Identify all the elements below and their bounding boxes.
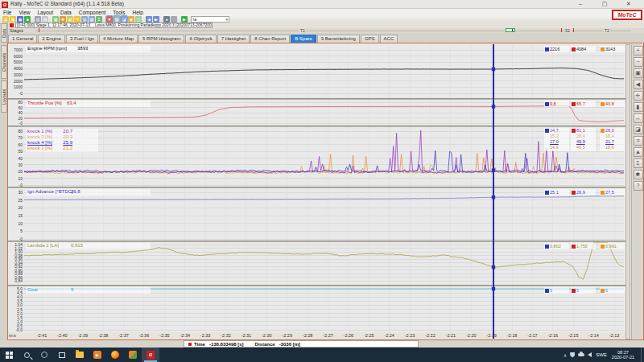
gear-icon[interactable]: ✱ — [634, 170, 643, 179]
tab-6-oljetryck[interactable]: 6 Oljetryck — [185, 35, 216, 43]
help-icon[interactable]: ? — [634, 181, 643, 191]
open-file-icon[interactable]: ▦ — [10, 16, 16, 23]
values-icon[interactable]: H — [74, 16, 80, 23]
y-tick-ign: 30 — [8, 190, 23, 195]
logfile-description[interactable]: [0:41:000] Stage 1, 11:17:46, 2020-07-13… — [15, 23, 213, 28]
columns-icon[interactable]: ▥ — [81, 16, 88, 23]
play-icon[interactable]: ▶ — [181, 16, 188, 23]
overlay-lap-icon[interactable]: ◪ — [121, 16, 127, 23]
clock[interactable]: 08:27 2020-07-21 — [612, 350, 634, 360]
menu-item-layout[interactable]: Layout — [37, 10, 53, 15]
overlay-icon[interactable]: ◪ — [634, 125, 643, 134]
motec-i2-taskbar-icon[interactable]: i2 — [142, 348, 159, 362]
next-lap-icon[interactable]: ▶ — [153, 16, 159, 23]
menu-item-tools[interactable]: Tools — [113, 10, 125, 15]
menu-item-file[interactable]: File — [3, 10, 11, 15]
side-tab-layouts[interactable]: Layouts — [1, 80, 7, 113]
new-worksheet-icon[interactable]: ▤ — [2, 16, 9, 23]
file-explorer-icon[interactable] — [71, 348, 89, 362]
zoom-in-icon[interactable]: + — [634, 46, 643, 56]
tab-1-general[interactable]: 1 General — [8, 35, 37, 43]
security-shield-icon[interactable] — [570, 352, 575, 358]
time-tick: -2:31 — [237, 333, 256, 338]
find-icon[interactable]: ◌ — [171, 16, 177, 23]
table-icon[interactable]: ▦ — [89, 16, 95, 23]
channel-value-gear: 5 — [71, 287, 73, 293]
stat-value: 4084 — [576, 47, 586, 52]
print-icon[interactable]: ▥ — [35, 16, 41, 23]
flag-icon[interactable]: ▲ — [634, 147, 643, 157]
zoom-range-icon[interactable]: ▼ — [106, 16, 113, 23]
tab-9-banstr-ckning[interactable]: 9 Bansträckning — [317, 35, 360, 43]
panel-rpm[interactable] — [8, 44, 625, 99]
tab-3-fuel-ign[interactable]: 3 Fuel / Ign — [66, 35, 98, 43]
user-icon[interactable]: ● — [163, 16, 170, 23]
annotate-icon[interactable]: ✚ — [60, 16, 66, 23]
tab-gps[interactable]: GPS — [361, 35, 379, 43]
tab-4-mixture-map[interactable]: 4 Mixture Map — [99, 35, 138, 43]
compare-icon[interactable]: ◫ — [135, 16, 142, 23]
language-indicator[interactable]: SWE — [596, 352, 607, 357]
toolbar-dropdown[interactable]: la — [191, 16, 229, 23]
cortana-icon[interactable] — [35, 348, 53, 362]
channel-label-knock-3: knock 4 [%] — [27, 140, 52, 146]
right-tool-column: +−▣◀✛▮↔◪≡▲Σ✱? — [631, 44, 644, 339]
menu-item-component[interactable]: Component — [79, 10, 106, 15]
notes-icon[interactable]: ≡ — [634, 136, 643, 146]
tab-acc[interactable]: ACC — [380, 35, 398, 43]
video-app-icon[interactable]: ▶ — [89, 348, 106, 362]
grid-icon[interactable]: ▦ — [114, 16, 120, 23]
y-tick-ign: 5 — [8, 228, 23, 233]
menu-item-view[interactable]: View — [19, 10, 30, 15]
close-file-icon[interactable]: ■ — [24, 16, 31, 23]
prev-lap-icon[interactable]: ◀ — [146, 16, 152, 23]
pan-icon[interactable]: ✛ — [634, 91, 643, 101]
time-tick: -2:34 — [175, 333, 195, 338]
zoom-extents-icon[interactable]: ▣ — [634, 68, 643, 78]
calendar-app-icon[interactable] — [124, 348, 142, 362]
minimize-button[interactable]: – — [568, 0, 592, 9]
onedrive-cloud-icon[interactable] — [578, 353, 584, 356]
y-tick-throttle: 80 — [8, 100, 23, 105]
tab-b-spare[interactable]: B Spare — [291, 35, 316, 43]
maths-icon[interactable]: Σ — [96, 16, 102, 23]
start-button[interactable] — [0, 348, 18, 362]
measure-icon[interactable]: ↔ — [634, 113, 643, 123]
tab-8-chan-report[interactable]: 8 Chan Report — [250, 35, 290, 43]
task-view-icon[interactable] — [53, 348, 71, 362]
panel-ign[interactable] — [8, 187, 625, 241]
zoom-out-icon[interactable]: − — [634, 57, 643, 67]
tray-chevron-icon[interactable]: ∧ — [564, 352, 567, 358]
panel-knock[interactable] — [8, 126, 625, 187]
vertical-scrollbar[interactable] — [625, 44, 630, 339]
show-desktop-button[interactable] — [641, 348, 644, 362]
speaker-icon[interactable] — [588, 352, 592, 357]
track-map-icon[interactable]: ◉ — [128, 16, 134, 23]
zoom-prev-icon[interactable]: ◀ — [634, 80, 643, 89]
stat-box-red: 81,129,449,945,5 — [571, 128, 596, 151]
tab-2-engine[interactable]: 2 Engine — [38, 35, 65, 43]
tab-5-rpm-histogram[interactable]: 5 RPM Histogram — [138, 35, 184, 43]
stats-icon[interactable]: Σ — [634, 158, 643, 168]
print-preview-icon[interactable]: ▧ — [42, 16, 48, 23]
edit-icon[interactable]: ▨ — [67, 16, 73, 23]
tab-7-hastighet[interactable]: 7 Hastighet — [217, 35, 250, 43]
channel-value: 20,7 — [58, 129, 72, 134]
maximize-button[interactable]: ▢ — [592, 0, 617, 9]
save-icon[interactable]: ▣ — [17, 16, 23, 23]
cursor-icon[interactable]: ▮ — [634, 102, 643, 112]
stat-box-orange: 28,018,421,718,6 — [600, 128, 625, 151]
stat-value: 26,9 — [576, 190, 585, 195]
stat-value: 81,1 — [576, 128, 585, 134]
zoom-range-indicator[interactable] — [506, 28, 515, 32]
close-button[interactable]: ✕ — [617, 0, 641, 9]
firefox-icon[interactable] — [106, 348, 124, 362]
y-tick-rpm: 3000 — [8, 72, 23, 77]
stat-value: 49,9 — [576, 139, 585, 145]
menu-item-help[interactable]: Help — [133, 10, 143, 15]
side-tab-channels[interactable]: Channels — [1, 45, 7, 79]
search-icon[interactable] — [18, 348, 35, 362]
menu-item-data[interactable]: Data — [60, 10, 72, 15]
image-export-icon[interactable]: ▩ — [52, 16, 59, 23]
side-tab-data[interactable]: Data — [1, 23, 7, 43]
